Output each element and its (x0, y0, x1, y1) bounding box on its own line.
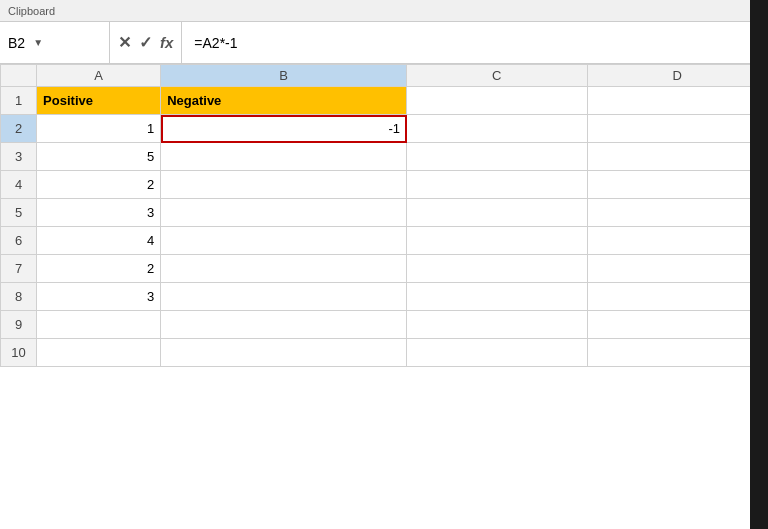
cell-A5[interactable]: 3 (37, 199, 161, 227)
cell-A7[interactable]: 2 (37, 255, 161, 283)
toolbar-label: Clipboard (8, 5, 55, 17)
grid-wrapper: A B C D 1PositiveNegative21-135425364728… (0, 64, 768, 367)
cell-D3[interactable] (587, 143, 767, 171)
cell-B1[interactable]: Negative (161, 87, 407, 115)
row-header-2[interactable]: 2 (1, 115, 37, 143)
row-header-6[interactable]: 6 (1, 227, 37, 255)
cell-B3[interactable] (161, 143, 407, 171)
spreadsheet: A B C D 1PositiveNegative21-135425364728… (0, 64, 768, 367)
cell-C4[interactable] (407, 171, 587, 199)
formula-text: =A2*-1 (194, 35, 237, 51)
right-scrollbar[interactable] (750, 0, 768, 529)
cell-C2[interactable] (407, 115, 587, 143)
cell-C10[interactable] (407, 339, 587, 367)
cell-B8[interactable] (161, 283, 407, 311)
cell-ref-box[interactable]: B2 ▼ (0, 22, 110, 63)
cell-C6[interactable] (407, 227, 587, 255)
cell-B2[interactable]: -1 (161, 115, 407, 143)
fx-icon[interactable]: fx (160, 34, 173, 51)
row-header-3[interactable]: 3 (1, 143, 37, 171)
cell-D7[interactable] (587, 255, 767, 283)
cell-B9[interactable] (161, 311, 407, 339)
cell-D1[interactable] (587, 87, 767, 115)
row-header-9[interactable]: 9 (1, 311, 37, 339)
spreadsheet-table: A B C D 1PositiveNegative21-135425364728… (0, 64, 768, 367)
cell-D5[interactable] (587, 199, 767, 227)
cell-C3[interactable] (407, 143, 587, 171)
cell-C7[interactable] (407, 255, 587, 283)
formula-bar: B2 ▼ ✕ ✓ fx =A2*-1 (0, 22, 768, 64)
cell-ref-dropdown-icon[interactable]: ▼ (33, 37, 43, 48)
cell-A8[interactable]: 3 (37, 283, 161, 311)
cell-B10[interactable] (161, 339, 407, 367)
cell-C1[interactable] (407, 87, 587, 115)
cell-B5[interactable] (161, 199, 407, 227)
cell-D8[interactable] (587, 283, 767, 311)
col-header-C[interactable]: C (407, 65, 587, 87)
cell-D9[interactable] (587, 311, 767, 339)
cell-A2[interactable]: 1 (37, 115, 161, 143)
cell-B7[interactable] (161, 255, 407, 283)
cell-C5[interactable] (407, 199, 587, 227)
cell-D6[interactable] (587, 227, 767, 255)
cell-A9[interactable] (37, 311, 161, 339)
corner-header (1, 65, 37, 87)
row-header-7[interactable]: 7 (1, 255, 37, 283)
formula-input-area[interactable]: =A2*-1 (182, 35, 768, 51)
row-header-1[interactable]: 1 (1, 87, 37, 115)
cell-B4[interactable] (161, 171, 407, 199)
col-header-B[interactable]: B (161, 65, 407, 87)
row-header-8[interactable]: 8 (1, 283, 37, 311)
cell-D2[interactable] (587, 115, 767, 143)
cell-A4[interactable]: 2 (37, 171, 161, 199)
cell-A3[interactable]: 5 (37, 143, 161, 171)
cell-D10[interactable] (587, 339, 767, 367)
cell-B6[interactable] (161, 227, 407, 255)
toolbar: Clipboard (0, 0, 768, 22)
confirm-icon[interactable]: ✓ (139, 33, 152, 52)
row-header-5[interactable]: 5 (1, 199, 37, 227)
row-header-10[interactable]: 10 (1, 339, 37, 367)
cell-A10[interactable] (37, 339, 161, 367)
cell-C8[interactable] (407, 283, 587, 311)
page-container: Clipboard B2 ▼ ✕ ✓ fx =A2*-1 (0, 0, 768, 529)
cancel-icon[interactable]: ✕ (118, 33, 131, 52)
cell-D4[interactable] (587, 171, 767, 199)
col-header-D[interactable]: D (587, 65, 767, 87)
formula-bar-icons: ✕ ✓ fx (110, 22, 182, 63)
cell-A6[interactable]: 4 (37, 227, 161, 255)
cell-C9[interactable] (407, 311, 587, 339)
cell-ref-text: B2 (8, 35, 25, 51)
cell-A1[interactable]: Positive (37, 87, 161, 115)
col-header-A[interactable]: A (37, 65, 161, 87)
row-header-4[interactable]: 4 (1, 171, 37, 199)
